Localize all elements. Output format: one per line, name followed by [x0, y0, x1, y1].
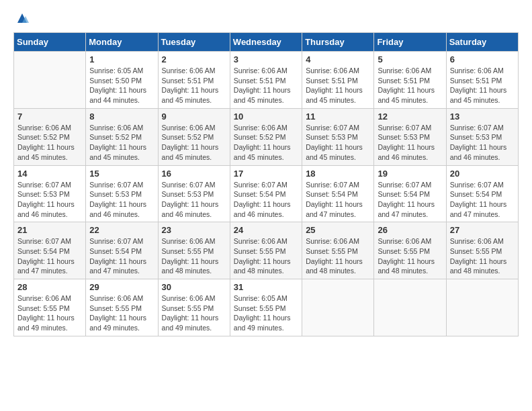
- day-info-text: Sunset: 5:51 PM: [162, 76, 226, 86]
- day-info-text: Sunset: 5:52 PM: [162, 132, 226, 142]
- day-info-text: Sunset: 5:54 PM: [234, 189, 298, 199]
- day-number: 20: [450, 169, 515, 179]
- day-info-text: and 46 minutes.: [89, 210, 154, 220]
- day-info-text: Sunrise: 6:06 AM: [162, 293, 226, 304]
- day-number: 15: [89, 169, 154, 179]
- day-number: 30: [162, 282, 226, 292]
- day-info-text: Daylight: 11 hours: [450, 85, 515, 95]
- weekday-header-thursday: Thursday: [302, 33, 374, 52]
- calendar-cell: 1Sunrise: 6:05 AMSunset: 5:50 PMDaylight…: [86, 52, 158, 109]
- day-info-text: Sunrise: 6:06 AM: [450, 236, 515, 246]
- calendar-cell: 8Sunrise: 6:06 AMSunset: 5:52 PMDaylight…: [86, 108, 158, 165]
- day-info-text: Daylight: 11 hours: [17, 257, 82, 267]
- weekday-header-sunday: Sunday: [14, 33, 86, 52]
- weekday-header-saturday: Saturday: [446, 33, 518, 52]
- day-info-text: and 49 minutes.: [17, 323, 82, 333]
- calendar-cell: 28Sunrise: 6:06 AMSunset: 5:55 PMDayligh…: [14, 279, 86, 336]
- day-info-text: and 45 minutes.: [378, 95, 442, 105]
- calendar-cell: 9Sunrise: 6:06 AMSunset: 5:52 PMDaylight…: [158, 108, 230, 165]
- day-info-text: Daylight: 11 hours: [162, 85, 226, 95]
- day-number: 3: [234, 54, 298, 64]
- day-number: 1: [89, 54, 154, 64]
- day-info-text: Sunset: 5:55 PM: [17, 304, 82, 314]
- day-info-text: Sunset: 5:51 PM: [450, 76, 515, 86]
- day-info-text: Daylight: 11 hours: [17, 142, 82, 152]
- weekday-header-wednesday: Wednesday: [230, 33, 302, 52]
- day-number: 19: [378, 169, 442, 179]
- day-number: 16: [162, 169, 226, 179]
- day-info-text: Sunset: 5:52 PM: [89, 132, 154, 142]
- day-info-text: Sunrise: 6:05 AM: [89, 66, 154, 76]
- calendar-week-row: 1Sunrise: 6:05 AMSunset: 5:50 PMDaylight…: [14, 52, 519, 109]
- day-info-text: and 49 minutes.: [89, 323, 154, 333]
- day-info-text: Sunset: 5:55 PM: [378, 246, 442, 257]
- calendar-cell: [446, 279, 518, 336]
- calendar-cell: 19Sunrise: 6:07 AMSunset: 5:54 PMDayligh…: [374, 165, 446, 222]
- weekday-header-friday: Friday: [374, 33, 446, 52]
- day-info-text: Sunrise: 6:07 AM: [450, 123, 515, 133]
- day-info-text: Sunset: 5:51 PM: [234, 76, 298, 86]
- day-info-text: Sunset: 5:52 PM: [234, 132, 298, 142]
- day-number: 6: [450, 54, 515, 64]
- day-info-text: and 48 minutes.: [234, 266, 298, 276]
- day-info-text: Sunrise: 6:06 AM: [234, 236, 298, 246]
- day-info-text: Sunset: 5:53 PM: [450, 132, 515, 142]
- day-info-text: and 49 minutes.: [234, 323, 298, 333]
- weekday-header-tuesday: Tuesday: [158, 33, 230, 52]
- day-info-text: Sunset: 5:53 PM: [17, 189, 82, 199]
- day-info-text: Sunrise: 6:06 AM: [89, 293, 154, 304]
- day-info-text: Sunset: 5:55 PM: [162, 304, 226, 314]
- day-info-text: Sunset: 5:55 PM: [234, 304, 298, 314]
- day-info-text: and 48 minutes.: [450, 266, 515, 276]
- day-info-text: Sunrise: 6:07 AM: [450, 180, 515, 190]
- day-info-text: Sunrise: 6:07 AM: [162, 180, 226, 190]
- day-info-text: Sunset: 5:54 PM: [450, 189, 515, 199]
- day-info-text: Sunset: 5:54 PM: [378, 189, 442, 199]
- day-info-text: and 46 minutes.: [17, 210, 82, 220]
- calendar-cell: 12Sunrise: 6:07 AMSunset: 5:53 PMDayligh…: [374, 108, 446, 165]
- day-info-text: Daylight: 11 hours: [450, 257, 515, 267]
- calendar-table: SundayMondayTuesdayWednesdayThursdayFrid…: [13, 32, 519, 336]
- day-number: 28: [17, 282, 82, 292]
- calendar-cell: 14Sunrise: 6:07 AMSunset: 5:53 PMDayligh…: [14, 165, 86, 222]
- calendar-cell: 20Sunrise: 6:07 AMSunset: 5:54 PMDayligh…: [446, 165, 518, 222]
- day-info-text: and 46 minutes.: [234, 210, 298, 220]
- calendar-week-row: 21Sunrise: 6:07 AMSunset: 5:54 PMDayligh…: [14, 222, 519, 279]
- day-number: 12: [378, 111, 442, 122]
- page-header: [13, 13, 519, 21]
- day-info-text: Sunset: 5:53 PM: [89, 189, 154, 199]
- day-info-text: Sunrise: 6:06 AM: [162, 66, 226, 76]
- day-number: 7: [17, 111, 82, 122]
- calendar-cell: 3Sunrise: 6:06 AMSunset: 5:51 PMDaylight…: [230, 52, 302, 109]
- calendar-cell: 10Sunrise: 6:06 AMSunset: 5:52 PMDayligh…: [230, 108, 302, 165]
- day-info-text: Daylight: 11 hours: [162, 313, 226, 323]
- day-info-text: and 47 minutes.: [450, 210, 515, 220]
- day-number: 29: [89, 282, 154, 292]
- day-info-text: and 48 minutes.: [378, 266, 442, 276]
- day-info-text: Sunset: 5:52 PM: [17, 132, 82, 142]
- day-number: 21: [17, 225, 82, 235]
- day-info-text: Daylight: 11 hours: [378, 142, 442, 152]
- day-info-text: Sunrise: 6:06 AM: [234, 123, 298, 133]
- day-info-text: Sunset: 5:51 PM: [306, 76, 370, 86]
- day-info-text: and 45 minutes.: [306, 95, 370, 105]
- day-info-text: Sunrise: 6:06 AM: [378, 236, 442, 246]
- calendar-cell: 27Sunrise: 6:06 AMSunset: 5:55 PMDayligh…: [446, 222, 518, 279]
- day-info-text: Sunrise: 6:07 AM: [17, 180, 82, 190]
- day-info-text: Daylight: 11 hours: [234, 257, 298, 267]
- day-number: 9: [162, 111, 226, 122]
- day-number: 23: [162, 225, 226, 235]
- calendar-cell: 16Sunrise: 6:07 AMSunset: 5:53 PMDayligh…: [158, 165, 230, 222]
- day-info-text: Daylight: 11 hours: [234, 313, 298, 323]
- day-info-text: and 48 minutes.: [162, 266, 226, 276]
- day-info-text: Daylight: 11 hours: [17, 199, 82, 210]
- day-number: 11: [306, 111, 370, 122]
- day-number: 25: [306, 225, 370, 235]
- day-info-text: Daylight: 11 hours: [234, 85, 298, 95]
- day-number: 4: [306, 54, 370, 64]
- calendar-cell: 23Sunrise: 6:06 AMSunset: 5:55 PMDayligh…: [158, 222, 230, 279]
- day-info-text: Sunset: 5:55 PM: [89, 304, 154, 314]
- day-info-text: Daylight: 11 hours: [378, 257, 442, 267]
- day-info-text: and 47 minutes.: [378, 210, 442, 220]
- day-info-text: Daylight: 11 hours: [234, 142, 298, 152]
